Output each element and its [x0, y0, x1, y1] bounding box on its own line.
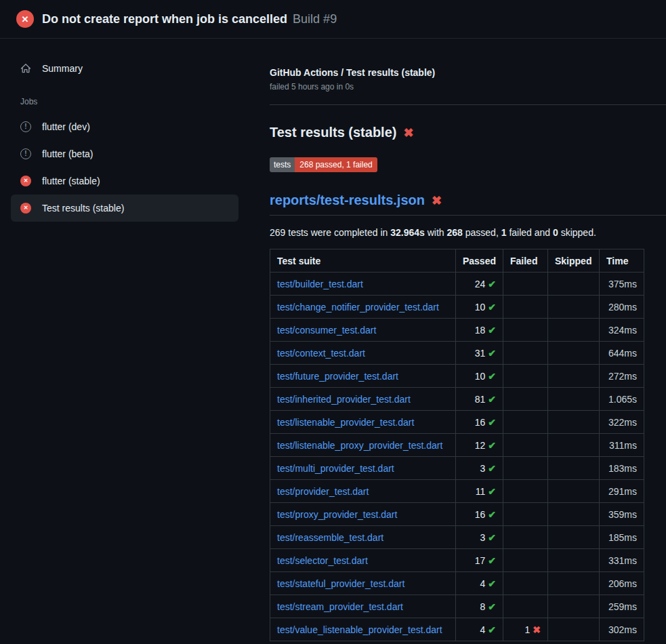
skipped-cell	[548, 503, 600, 526]
test-suite-link[interactable]: test/listenable_proxy_provider_test.dart	[277, 440, 442, 451]
summary-duration: 32.964s	[390, 227, 425, 238]
test-suite-link[interactable]: test/change_notifier_provider_test.dart	[277, 302, 439, 313]
test-suite-link[interactable]: test/consumer_test.dart	[277, 325, 376, 336]
table-row: test/reassemble_test.dart3 ✔185ms	[270, 526, 644, 549]
table-header-row: Test suite Passed Failed Skipped Time	[270, 249, 644, 273]
skipped-cell	[548, 549, 600, 572]
passed-cell: 4 ✔	[455, 618, 503, 641]
check-icon: ✔	[488, 325, 496, 336]
failed-status-icon	[20, 176, 31, 186]
passed-cell: 18 ✔	[455, 319, 503, 342]
test-suite-cell: test/listenable_provider_test.dart	[270, 411, 456, 434]
failed-cell	[503, 572, 548, 595]
results-table-body: test/builder_test.dart24 ✔375mstest/chan…	[270, 273, 644, 641]
sidebar-item-label: flutter (beta)	[42, 148, 93, 159]
run-header: Do not create report when job is cancell…	[0, 0, 666, 39]
sidebar-item-flutter-dev[interactable]: flutter (dev)	[11, 113, 238, 140]
test-suite-link[interactable]: test/inherited_provider_test.dart	[277, 394, 411, 405]
test-suite-link[interactable]: test/stateful_provider_test.dart	[277, 578, 404, 589]
passed-cell: 11 ✔	[455, 480, 503, 503]
summary-skipped-count: 0	[553, 227, 558, 238]
time-cell: 644ms	[600, 342, 644, 365]
report-heading: reports/test-results.json	[270, 193, 666, 216]
failed-cell	[503, 480, 548, 503]
check-icon: ✔	[488, 279, 496, 289]
passed-cell: 81 ✔	[455, 388, 503, 411]
col-header-passed: Passed	[455, 249, 503, 273]
skipped-cell	[548, 273, 600, 296]
failed-status-icon	[16, 10, 34, 28]
run-build-number: Build #9	[293, 12, 337, 26]
section-title: Test results (stable)	[270, 125, 396, 140]
time-cell: 302ms	[600, 618, 644, 641]
skipped-cell	[548, 365, 600, 388]
sidebar-item-summary[interactable]: Summary	[11, 55, 238, 82]
test-suite-link[interactable]: test/provider_test.dart	[277, 486, 369, 497]
test-suite-link[interactable]: test/reassemble_test.dart	[277, 532, 383, 543]
time-cell: 291ms	[600, 480, 644, 503]
table-row: test/future_provider_test.dart10 ✔272ms	[270, 365, 644, 388]
table-row: test/selector_test.dart17 ✔331ms	[270, 549, 644, 572]
failed-cell	[503, 434, 548, 457]
table-row: test/inherited_provider_test.dart81 ✔1.0…	[270, 388, 644, 411]
results-summary: 269 tests were completed in 32.964s with…	[270, 227, 666, 238]
failed-cell	[503, 388, 548, 411]
check-icon: ✔	[488, 486, 496, 497]
skipped-cell	[548, 388, 600, 411]
time-cell: 311ms	[600, 434, 644, 457]
test-suite-link[interactable]: test/context_test.dart	[277, 348, 365, 359]
time-cell: 322ms	[600, 411, 644, 434]
skipped-cell	[548, 572, 600, 595]
test-suite-link[interactable]: test/stream_provider_test.dart	[277, 601, 403, 612]
check-icon: ✔	[488, 348, 496, 359]
skipped-cell	[548, 342, 600, 365]
test-suite-cell: test/builder_test.dart	[270, 273, 456, 296]
test-suite-cell: test/inherited_provider_test.dart	[270, 388, 456, 411]
table-row: test/stream_provider_test.dart8 ✔259ms	[270, 595, 644, 618]
sidebar-item-label: Test results (stable)	[42, 203, 124, 214]
breadcrumb: GitHub Actions / Test results (stable)	[270, 67, 666, 78]
skipped-cell	[548, 434, 600, 457]
check-icon: ✔	[488, 509, 496, 520]
test-suite-link[interactable]: test/value_listenable_provider_test.dart	[277, 624, 442, 635]
failed-cell: 1 ✖	[503, 618, 548, 641]
time-cell: 206ms	[600, 572, 644, 595]
summary-text: with	[425, 227, 447, 238]
test-suite-link[interactable]: test/listenable_provider_test.dart	[277, 417, 414, 428]
check-icon: ✔	[488, 371, 496, 382]
test-suite-cell: test/future_provider_test.dart	[270, 365, 456, 388]
check-icon: ✔	[488, 302, 496, 313]
skipped-cell	[548, 319, 600, 342]
passed-cell: 16 ✔	[455, 411, 503, 434]
test-suite-link[interactable]: test/multi_provider_test.dart	[277, 463, 394, 474]
col-header-time: Time	[600, 249, 644, 273]
passed-cell: 8 ✔	[455, 595, 503, 618]
failed-cell	[503, 526, 548, 549]
sidebar-item-flutter-stable[interactable]: flutter (stable)	[11, 167, 238, 195]
test-suite-link[interactable]: test/builder_test.dart	[277, 279, 363, 289]
passed-cell: 10 ✔	[455, 365, 503, 388]
badge-label: tests	[270, 157, 295, 172]
cross-mark-icon	[403, 125, 413, 140]
jobs-section-label: Jobs	[20, 97, 238, 106]
sidebar-item-label: flutter (dev)	[42, 121, 90, 132]
cross-icon: ✖	[533, 624, 541, 635]
summary-text: skipped.	[558, 227, 596, 238]
report-link[interactable]: reports/test-results.json	[270, 193, 425, 208]
test-suite-cell: test/value_listenable_provider_test.dart	[270, 618, 456, 641]
time-cell: 331ms	[600, 549, 644, 572]
failed-cell	[503, 411, 548, 434]
time-cell: 272ms	[600, 365, 644, 388]
skipped-cell	[548, 411, 600, 434]
failed-cell	[503, 457, 548, 480]
test-suite-link[interactable]: test/proxy_provider_test.dart	[277, 509, 397, 520]
test-suite-cell: test/provider_test.dart	[270, 480, 456, 503]
tests-badge: tests 268 passed, 1 failed	[270, 157, 377, 172]
test-suite-link[interactable]: test/future_provider_test.dart	[277, 371, 398, 382]
failed-cell	[503, 595, 548, 618]
sidebar-item-flutter-beta[interactable]: flutter (beta)	[11, 140, 238, 167]
sidebar-item-test-results-stable[interactable]: Test results (stable)	[11, 195, 238, 222]
test-suite-link[interactable]: test/selector_test.dart	[277, 555, 368, 566]
check-icon: ✔	[488, 624, 496, 635]
test-suite-cell: test/proxy_provider_test.dart	[270, 503, 456, 526]
